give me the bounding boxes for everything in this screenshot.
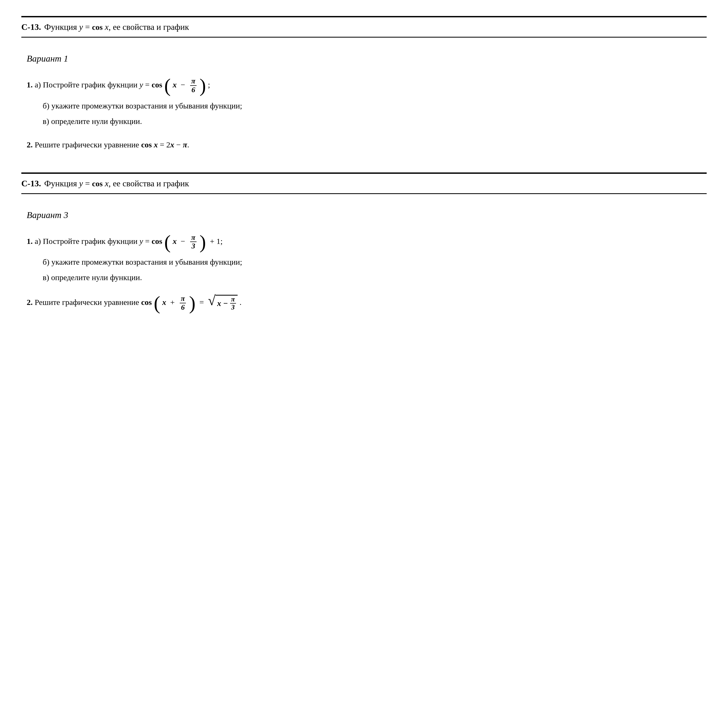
sqrt-content: x − π 3 — [216, 295, 237, 311]
problem-number-2: 2. — [27, 140, 33, 149]
paren-open-2: ( — [164, 231, 171, 252]
section-1-title: Функция y = cos x, ее свойства и график — [44, 22, 189, 32]
sqrt-frac-pi-3-den: 3 — [230, 304, 236, 311]
paren-close-1: ) — [199, 75, 206, 96]
problem-1-1: 1. а) Постройте график фукнции y = cos (… — [21, 77, 707, 128]
problem-3-a-label: а) Постройте график фукнции — [35, 236, 139, 245]
sqrt-frac-pi-3: π 3 — [230, 296, 236, 311]
sqrt-frac-pi-3-num: π — [230, 296, 236, 304]
problem-1-2: 2. Решите графически уравнение cos x = 2… — [21, 138, 707, 151]
frac-pi-6-b-den: 6 — [180, 303, 186, 311]
paren-close-3: ) — [189, 292, 196, 314]
problem-4-text-before: Решите графически уравнение — [35, 298, 141, 307]
problem-number-3: 1. — [27, 236, 33, 245]
problem-number-4: 2. — [27, 298, 33, 307]
cos-3: cos — [141, 298, 152, 307]
x-var-2: x — [173, 236, 176, 245]
sqrt-symbol: √ — [208, 295, 216, 307]
problem-2-1: 1. а) Постройте график фукнции y = cos (… — [21, 233, 707, 284]
sqrt-wrapper: √ x − π 3 — [208, 295, 238, 311]
problem-2-1-c: в) определите нули функции. — [27, 271, 707, 284]
x-var-3: x — [162, 298, 166, 307]
problem-1-a-label: а) Постройте график фукнции — [35, 80, 139, 89]
problem-2-1-a: 1. а) Постройте график фукнции y = cos (… — [27, 233, 707, 250]
frac-pi-6-b: π 6 — [180, 294, 186, 311]
paren-close-2: ) — [199, 231, 206, 252]
paren-open-3: ( — [154, 292, 160, 314]
frac-pi-6-b-num: π — [180, 294, 186, 303]
period-end: . — [240, 298, 242, 307]
problem-1-1-a: 1. а) Постройте график фукнции y = cos (… — [27, 77, 707, 94]
problem-2-2: 2. Решите графически уравнение cos ( x +… — [21, 294, 707, 311]
section-2-header: С-13. Функция y = cos x, ее свойства и г… — [21, 172, 707, 194]
frac-pi-3-den: 3 — [190, 242, 196, 250]
frac-pi-6: π 6 — [190, 77, 196, 94]
y-eq: y — [139, 80, 143, 89]
paren-open-1: ( — [164, 75, 171, 96]
problem-2-1-b: б) укажите промежутки возрастания и убыв… — [27, 256, 707, 268]
cos-2: cos — [151, 236, 162, 245]
y-eq-2: y — [139, 236, 143, 245]
x-var-1: x — [173, 80, 176, 89]
variant-3-title: Вариант 3 — [21, 210, 707, 220]
frac-pi-6-num: π — [190, 77, 196, 86]
semicolon-2: ; — [220, 236, 223, 245]
problem-1-1-c: в) определите нули функции. — [27, 115, 707, 128]
semicolon-1: ; — [208, 80, 210, 89]
section-2-label: С-13. — [21, 178, 41, 188]
problem-1-2-line: 2. Решите графически уравнение cos x = 2… — [27, 138, 707, 151]
variant-1-title: Вариант 1 — [21, 53, 707, 64]
section-2-title: Функция y = cos x, ее свойства и график — [44, 178, 189, 188]
section-1: С-13. Функция y = cos x, ее свойства и г… — [21, 16, 707, 151]
frac-pi-6-den: 6 — [190, 86, 196, 94]
section-2: С-13. Функция y = cos x, ее свойства и г… — [21, 172, 707, 311]
cos-1: cos — [151, 80, 162, 89]
frac-pi-3: π 3 — [190, 233, 196, 250]
problem-2-text: Решите графически уравнение cos x = 2x −… — [35, 140, 189, 149]
problem-2-2-line: 2. Решите графически уравнение cos ( x +… — [27, 294, 707, 311]
problem-1-1-b: б) укажите промежутки возрастания и убыв… — [27, 99, 707, 112]
section-1-label: С-13. — [21, 22, 41, 32]
problem-number-1: 1. — [27, 80, 33, 89]
section-1-header: С-13. Функция y = cos x, ее свойства и г… — [21, 16, 707, 38]
frac-pi-3-num: π — [190, 233, 196, 242]
page: С-13. Функция y = cos x, ее свойства и г… — [0, 0, 728, 349]
